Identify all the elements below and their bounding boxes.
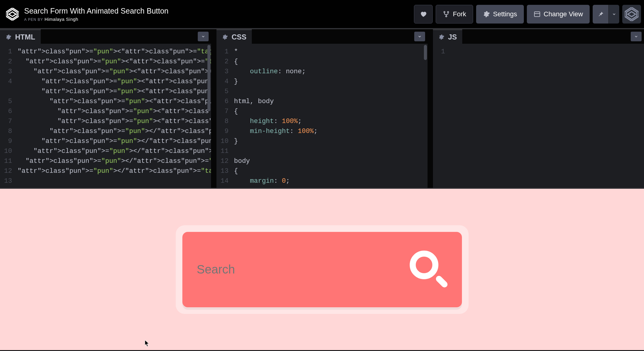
- html-gutter: 12345678910111213: [0, 44, 16, 188]
- codepen-logo-icon: [6, 8, 19, 21]
- gear-icon: [5, 34, 11, 40]
- css-tab[interactable]: CSS: [216, 29, 252, 44]
- chevron-down-icon: [201, 34, 205, 39]
- html-tab[interactable]: HTML: [0, 29, 41, 44]
- codepen-avatar-icon: [625, 7, 639, 21]
- search-icon: [410, 251, 438, 279]
- heart-icon: [420, 11, 427, 18]
- pin-dropdown[interactable]: [608, 5, 619, 24]
- header-right: Fork Settings Change View: [414, 5, 641, 24]
- js-code[interactable]: [449, 44, 644, 188]
- user-avatar[interactable]: [622, 5, 641, 24]
- js-gutter: 1: [433, 44, 449, 188]
- chevron-down-icon: [418, 34, 422, 39]
- scrollbar[interactable]: [207, 45, 210, 111]
- scrollbar[interactable]: [424, 45, 427, 60]
- fork-button[interactable]: Fork: [436, 5, 473, 24]
- layout-icon: [533, 11, 541, 18]
- title-block: Search Form With Animated Search Button …: [24, 6, 168, 22]
- love-button[interactable]: [414, 5, 433, 24]
- preview-pane: [0, 189, 644, 350]
- css-code[interactable]: * { outline: none; } html, body { height…: [232, 44, 428, 188]
- css-panel-header: CSS: [216, 29, 428, 44]
- css-gutter: 1234567891011121314: [216, 44, 232, 188]
- gear-icon: [438, 34, 444, 40]
- js-panel-header: JS: [433, 29, 644, 44]
- gear-icon: [483, 11, 490, 18]
- html-panel-menu[interactable]: [198, 32, 209, 41]
- search-cover: [176, 225, 469, 314]
- settings-button[interactable]: Settings: [476, 5, 524, 24]
- js-panel: JS 1: [433, 29, 644, 188]
- chevron-down-icon: [612, 12, 616, 16]
- cursor-icon: [144, 340, 150, 348]
- author-link[interactable]: Himalaya Singh: [44, 17, 78, 22]
- html-panel-header: HTML: [0, 29, 211, 44]
- change-view-button[interactable]: Change View: [527, 5, 590, 24]
- pin-icon: [597, 11, 604, 18]
- pen-byline: A PEN BY Himalaya Singh: [24, 17, 168, 22]
- header-left: Search Form With Animated Search Button …: [6, 6, 168, 22]
- codepen-logo[interactable]: [6, 8, 19, 21]
- editors-row: HTML 12345678910111213 "attr">class"pun"…: [0, 28, 644, 189]
- css-code-area[interactable]: 1234567891011121314 * { outline: none; }…: [216, 44, 428, 188]
- css-panel: CSS 1234567891011121314 * { outline: non…: [216, 29, 433, 188]
- search-icon-handle: [434, 275, 449, 289]
- svg-rect-0: [534, 12, 540, 17]
- search-submit-button[interactable]: [410, 251, 447, 288]
- js-tab[interactable]: JS: [433, 29, 462, 44]
- fork-icon: [443, 11, 450, 18]
- top-header: Search Form With Animated Search Button …: [0, 0, 644, 28]
- gear-icon: [222, 34, 228, 40]
- chevron-down-icon: [634, 34, 638, 39]
- search-form[interactable]: [182, 232, 462, 307]
- js-panel-menu[interactable]: [631, 32, 642, 41]
- css-panel-menu[interactable]: [414, 32, 425, 41]
- html-code-area[interactable]: 12345678910111213 "attr">class"pun">="pu…: [0, 44, 211, 188]
- search-input[interactable]: [197, 263, 410, 276]
- pin-button[interactable]: [593, 5, 608, 24]
- pen-title[interactable]: Search Form With Animated Search Button: [24, 6, 168, 15]
- js-code-area[interactable]: 1: [433, 44, 644, 188]
- html-panel: HTML 12345678910111213 "attr">class"pun"…: [0, 29, 216, 188]
- html-code[interactable]: "attr">class"pun">="pun"><"attr">class"p…: [16, 44, 211, 188]
